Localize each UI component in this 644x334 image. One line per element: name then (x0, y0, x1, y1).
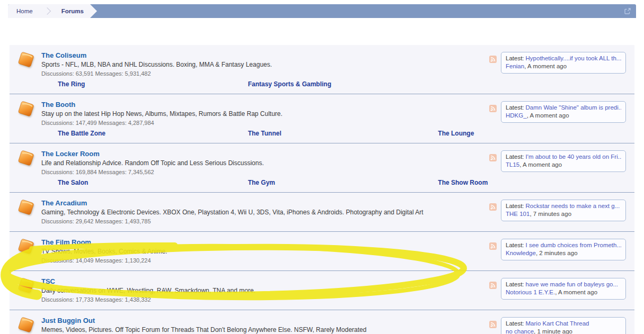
forum-description: Life and Relationship Advice. Random Off… (41, 159, 489, 167)
breadcrumb-arrow-tip (90, 4, 97, 18)
discussions-label: Discussions: (41, 218, 74, 224)
latest-label: Latest: (506, 320, 524, 327)
latest-box: Latest:have we made fun of bayleys go...… (501, 278, 626, 300)
discussions-label: Discussions: (41, 70, 74, 77)
forum-description: Memes, Videos, Pictures. Off Topic Forum… (41, 326, 489, 334)
forum-title-link[interactable]: The Locker Room (41, 150, 100, 158)
subforum-link-the-lounge[interactable]: The Lounge (438, 130, 628, 137)
forum-title-link[interactable]: The Booth (41, 101, 75, 109)
latest-label: Latest: (506, 203, 524, 209)
latest-author-link[interactable]: TL15 (506, 161, 519, 168)
forum-stats: Discussions:29,642Messages:1,493,785 (41, 218, 489, 225)
latest-author-link[interactable]: Notorious 1 E.Y.E. (506, 289, 555, 295)
latest-thread-link[interactable]: Rockstar needs to make a next g... (526, 203, 620, 209)
latest-author-link[interactable]: Knowledge (506, 250, 536, 256)
messages-label: Messages: (95, 218, 123, 224)
external-link-icon[interactable] (624, 4, 636, 18)
latest-thread-link[interactable]: Mario Kart Chat Thread (526, 320, 589, 327)
latest-thread-link[interactable]: have we made fun of bayleys go... (526, 281, 619, 287)
messages-label: Messages: (95, 257, 123, 264)
forum-stats: Discussions:14,049Messages:1,130,224 (41, 257, 489, 265)
latest-time: , A moment ago (524, 63, 567, 69)
discussions-label: Discussions: (41, 120, 74, 126)
forum-description: TV Shows, Movies, Books, Comics & Anime. (41, 247, 489, 256)
latest-author-link[interactable]: THE 101 (506, 211, 530, 217)
latest-box: Latest:Mario Kart Chat Thread no chance,… (501, 317, 626, 334)
latest-label: Latest: (506, 281, 524, 287)
rss-icon[interactable] (489, 242, 497, 250)
latest-thread-link[interactable]: I see dumb choices from Prometh... (526, 242, 621, 248)
forum-description: Stay up on the latest Hip Hop News, Albu… (41, 110, 489, 118)
subforum-link-the-show-room[interactable]: The Show Room (438, 179, 628, 186)
subforum-link-the-gym[interactable]: The Gym (248, 179, 438, 186)
rss-icon[interactable] (489, 56, 497, 63)
rss-icon[interactable] (489, 321, 497, 328)
latest-thread-link[interactable]: Damn Wale "Shine" album is predi... (526, 104, 621, 111)
messages-label: Messages: (99, 120, 127, 126)
forum-stats: Discussions:169,884Messages:7,345,562 (41, 168, 489, 176)
forum-node-the-locker-room: The Locker Room Life and Relationship Ad… (10, 143, 634, 193)
forum-node-the-film-room: The Film Room TV Shows, Movies, Books, C… (10, 232, 634, 271)
discussions-count: 63,591 (76, 70, 94, 77)
breadcrumb: Home Forums (8, 4, 636, 18)
forum-description: Daily conversations on WWE, Wrestling, R… (41, 286, 489, 295)
discussions-count: 14,049 (76, 257, 94, 264)
latest-label: Latest: (506, 55, 524, 61)
latest-time: , A moment ago (527, 112, 569, 119)
subforum-link-the-ring[interactable]: The Ring (58, 80, 248, 88)
rss-icon[interactable] (489, 282, 497, 289)
discussions-label: Discussions: (41, 257, 74, 264)
latest-time: , A moment ago (555, 289, 597, 295)
rss-icon[interactable] (489, 203, 497, 211)
forum-title-link[interactable]: The Coliseum (41, 51, 86, 60)
orange-folder-icon (16, 51, 37, 71)
forum-node-the-arcadium: The Arcadium Gaming, Technology & Electr… (10, 193, 634, 232)
latest-box: Latest:Damn Wale "Shine" album is predi.… (501, 101, 626, 123)
latest-box: Latest:I see dumb choices from Prometh..… (501, 239, 626, 260)
forum-title-link[interactable]: Just Buggin Out (41, 317, 95, 325)
orange-folder-icon (16, 238, 37, 258)
forum-node-the-booth: The Booth Stay up on the latest Hip Hop … (10, 94, 634, 143)
discussions-count: 169,884 (76, 169, 97, 175)
rss-icon[interactable] (489, 154, 497, 161)
messages-count: 5,931,482 (125, 70, 151, 77)
forum-title-link[interactable]: The Film Room (41, 238, 91, 247)
messages-count: 7,345,562 (128, 169, 154, 175)
latest-time: , 2 minutes ago (536, 250, 578, 256)
orange-folder-icon (16, 277, 37, 297)
latest-label: Latest: (506, 154, 524, 160)
latest-box: Latest:I'm about to be 40 years old on F… (501, 150, 626, 172)
forum-title-link[interactable]: TSC (41, 277, 55, 286)
latest-thread-link[interactable]: I'm about to be 40 years old on Fri... (526, 154, 621, 160)
discussions-label: Discussions: (41, 169, 74, 175)
forum-list: The Coliseum Sports - NFL, MLB, NBA and … (10, 45, 634, 334)
breadcrumb-forums[interactable]: Forums (55, 4, 90, 18)
breadcrumb-trail: Home Forums (8, 4, 90, 18)
messages-count: 1,130,224 (125, 257, 151, 264)
subforum-row: The Ring Fantasy Sports & Gambling (16, 80, 628, 88)
orange-folder-icon (16, 198, 37, 219)
subforum-link-fantasy-sports[interactable]: Fantasy Sports & Gambling (248, 80, 438, 88)
latest-time: , A moment ago (519, 161, 562, 168)
latest-author-link[interactable]: Fenian (506, 63, 524, 69)
messages-count: 1,438,332 (125, 296, 151, 303)
breadcrumb-bar-fill (97, 4, 624, 18)
latest-author-link[interactable]: HDKG_ (506, 112, 527, 119)
orange-folder-icon (16, 100, 37, 120)
forum-title-link[interactable]: The Arcadium (41, 199, 87, 207)
forum-node-tsc: TSC Daily conversations on WWE, Wrestlin… (10, 271, 634, 310)
chevron-right-icon (41, 4, 55, 18)
subforum-link-the-battle-zone[interactable]: The Battle Zone (58, 130, 248, 137)
forum-stats: Discussions:17,733Messages:1,438,332 (41, 296, 489, 304)
latest-author-link[interactable]: no chance (506, 328, 534, 334)
forum-stats: Discussions:147,499Messages:4,287,984 (41, 119, 489, 127)
latest-thread-link[interactable]: Hypothetically....if you took ALL th... (526, 55, 621, 61)
breadcrumb-home[interactable]: Home (8, 4, 41, 18)
subforum-link-the-salon[interactable]: The Salon (58, 179, 248, 186)
messages-count: 4,287,984 (128, 120, 154, 126)
subforum-link-the-tunnel[interactable]: The Tunnel (248, 130, 438, 137)
rss-icon[interactable] (489, 105, 497, 112)
forum-node-just-buggin-out: Just Buggin Out Memes, Videos, Pictures.… (10, 310, 634, 334)
latest-label: Latest: (506, 242, 524, 248)
discussions-count: 29,642 (76, 218, 94, 224)
